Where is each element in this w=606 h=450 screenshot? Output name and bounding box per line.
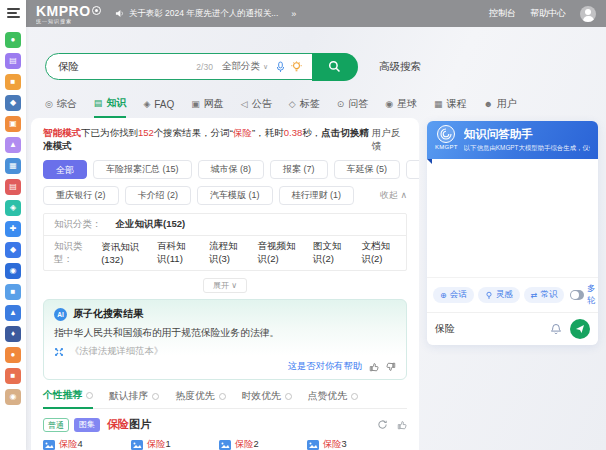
tab-faq[interactable]: ◈FAQ xyxy=(143,96,174,118)
app-icon[interactable]: ▲ xyxy=(5,305,21,321)
category-select[interactable]: 全部分类∨ xyxy=(222,60,268,73)
qa-assistant-panel: KMGPT 知识问答助手 以下信息由KMGPT大模型助手综合生成，仅供参考 ⊕会… xyxy=(427,121,598,345)
app-icon[interactable]: ● xyxy=(5,347,21,363)
user-avatar[interactable] xyxy=(580,6,596,22)
assistant-header: KMGPT 知识问答助手 以下信息由KMGPT大模型助手综合生成，仅供参考 xyxy=(427,121,598,159)
announcement-ticker[interactable]: 关于表彰 2024 年度先进个人的通报关... » xyxy=(115,8,297,20)
tab-wenda[interactable]: ⊙问答 xyxy=(337,96,369,118)
tab-kecheng[interactable]: ▦课程 xyxy=(434,96,467,118)
sort-recent[interactable]: 时效优先 xyxy=(242,389,292,408)
help-center-link[interactable]: 帮助中心 xyxy=(530,7,566,20)
facet-value[interactable]: 图文知识(2) xyxy=(313,240,348,266)
thumbnail-item[interactable]: 保险4 xyxy=(43,438,131,450)
filter-chip[interactable]: 车险报案汇总 (15) xyxy=(93,160,192,179)
user-feedback-link[interactable]: 用户反馈 xyxy=(372,127,407,153)
ai-source-link[interactable]: 《法律法规详细范本》 xyxy=(54,345,396,358)
refresh-icon[interactable] xyxy=(377,419,388,430)
knowledge-button[interactable]: ⇄常识 xyxy=(524,287,565,303)
app-icon[interactable]: ▲ xyxy=(5,137,21,153)
advanced-search-link[interactable]: 高级搜索 xyxy=(379,60,421,74)
filter-chip[interactable]: 桂行理财 (1) xyxy=(279,186,355,205)
assistant-input[interactable]: 保险 xyxy=(435,322,542,336)
menu-icon[interactable] xyxy=(7,8,20,20)
kmgpt-brand-label: KMGPT xyxy=(435,144,458,150)
app-icon[interactable]: ◉ xyxy=(5,263,21,279)
result-title[interactable]: 保险图片 xyxy=(107,417,151,432)
send-button[interactable] xyxy=(570,319,590,339)
app-icon[interactable]: ▤ xyxy=(5,53,21,69)
facet-value[interactable]: 百科知识(11) xyxy=(157,240,195,266)
tab-xingqiu[interactable]: ◉星球 xyxy=(385,96,417,118)
collapse-link[interactable]: 收起 ∧ xyxy=(380,189,407,202)
tab-zonghe[interactable]: ◎综合 xyxy=(45,96,77,118)
app-icon[interactable]: ▣ xyxy=(5,116,21,132)
thumbs-up-icon[interactable] xyxy=(369,362,379,372)
thumbnail-item[interactable]: 保险1 xyxy=(131,438,219,450)
badge-normal: 普通 xyxy=(43,418,69,432)
toggle-switch[interactable] xyxy=(570,290,584,300)
result-count: 152 xyxy=(138,127,154,138)
tab-gonggao[interactable]: ◁公告 xyxy=(241,96,272,118)
filter-chip[interactable]: 报案 (7) xyxy=(270,160,328,179)
filter-chip[interactable]: 汽车模版 (1) xyxy=(197,186,273,205)
announcement-more-icon[interactable]: » xyxy=(291,9,296,19)
assistant-body: ⊕会话 灵感 ⇄常识 多轮 保险 xyxy=(427,159,598,345)
thumbnail-item[interactable]: 保险3 xyxy=(307,438,395,450)
announcement-text: 关于表彰 2024 年度先进个人的通报关... xyxy=(129,8,279,20)
expand-button[interactable]: 展开 ∨ xyxy=(203,278,247,293)
app-icon[interactable]: ■ xyxy=(5,368,21,384)
search-button[interactable] xyxy=(312,53,358,81)
filter-chip[interactable]: 城市保 (8) xyxy=(198,160,265,179)
app-icon[interactable]: ▦ xyxy=(5,158,21,174)
app-icon[interactable]: ◆ xyxy=(5,95,21,111)
filter-chip[interactable]: 车延保 (5) xyxy=(334,160,401,179)
search-input[interactable]: 保险 xyxy=(58,60,196,74)
sort-bar: 个性推荐 默认排序 热度优先 时效优先 点赞优先 xyxy=(43,389,407,409)
app-icon[interactable]: ◈ xyxy=(5,200,21,216)
sort-likes[interactable]: 点赞优先 xyxy=(308,389,358,408)
grid-tab-icon: ▦ xyxy=(434,99,443,109)
sort-recommend[interactable]: 个性推荐 xyxy=(43,389,93,409)
tab-wangpan[interactable]: ▣网盘 xyxy=(191,96,224,118)
logo[interactable]: KMPRO 统一知识搜索 xyxy=(36,4,101,24)
console-link[interactable]: 控制台 xyxy=(489,7,516,20)
helpful-link[interactable]: 这是否对你有帮助 xyxy=(288,360,362,373)
session-button[interactable]: ⊕会话 xyxy=(433,287,474,303)
tab-zhishi[interactable]: ▤知识 xyxy=(94,96,127,118)
facet-value[interactable]: 企业知识库(152) xyxy=(116,218,186,231)
chevron-down-icon: ∨ xyxy=(263,63,268,71)
app-icon[interactable]: ■ xyxy=(5,74,21,90)
app-icon[interactable]: ▤ xyxy=(5,179,21,195)
app-icon[interactable]: ✚ xyxy=(5,221,21,237)
inspiration-button[interactable]: 灵感 xyxy=(478,287,520,303)
filter-chip[interactable]: 华安保险 (4) xyxy=(406,160,419,179)
sort-hot[interactable]: 热度优先 xyxy=(175,389,225,408)
thumbs-up-icon[interactable] xyxy=(397,420,407,430)
filter-chip[interactable]: 重庆银行 (2) xyxy=(43,186,119,205)
facet-value[interactable]: 资讯知识(132) xyxy=(101,241,143,265)
badge-gallery: 图集 xyxy=(74,418,100,432)
app-icon[interactable]: ◆ xyxy=(5,242,21,258)
thumbnail-item[interactable]: 保险2 xyxy=(219,438,307,450)
app-icon[interactable]: ♦ xyxy=(5,326,21,342)
filter-chip[interactable]: 卡介绍 (2) xyxy=(125,186,192,205)
tab-yonghu[interactable]: ☻用户 xyxy=(484,96,517,118)
facet-value[interactable]: 流程知识(3) xyxy=(209,240,244,266)
facet-type-row: 知识类型： 资讯知识(132) 百科知识(11) 流程知识(3) 音视频知识(2… xyxy=(44,235,406,270)
facet-value[interactable]: 文档知识(2) xyxy=(361,240,396,266)
chip-all[interactable]: 全部 xyxy=(43,160,87,179)
results-panel: 智能模式下已为你找到152个搜索结果，分词“保险”，耗时0.38秒，点击切换精准… xyxy=(31,118,419,450)
facet-value[interactable]: 音视频知识(2) xyxy=(258,240,299,266)
tab-biaoqian[interactable]: ◇标签 xyxy=(289,96,320,118)
bell-icon[interactable] xyxy=(550,323,562,335)
multiturn-toggle[interactable]: 多轮 xyxy=(570,283,600,307)
logo-tagline: 统一知识搜索 xyxy=(36,19,101,24)
mic-icon[interactable] xyxy=(276,61,285,73)
expand-arrows-icon xyxy=(54,347,64,357)
app-icon[interactable]: ■ xyxy=(5,284,21,300)
sort-default[interactable]: 默认排序 xyxy=(109,389,159,408)
thumbs-down-icon[interactable] xyxy=(386,362,396,372)
lightbulb-icon[interactable] xyxy=(291,61,302,73)
app-icon[interactable]: ◉ xyxy=(5,389,21,405)
app-icon[interactable]: ● xyxy=(5,32,21,48)
